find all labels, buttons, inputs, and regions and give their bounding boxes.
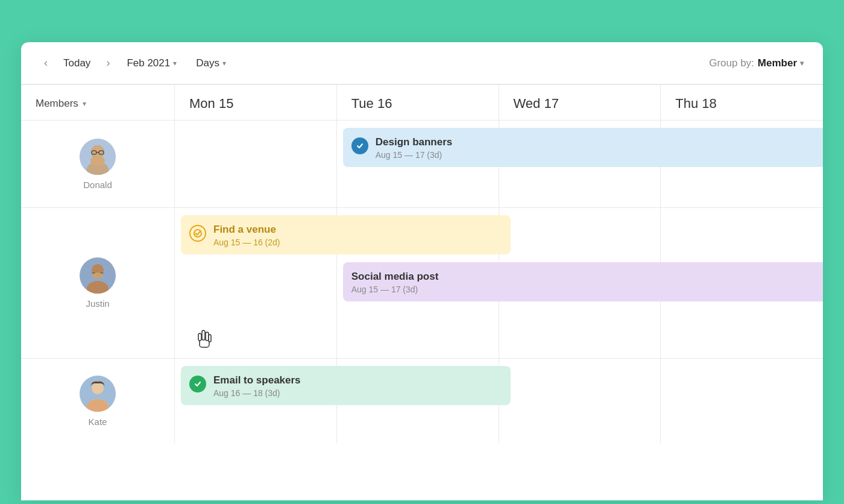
svg-point-10 [355,141,365,151]
social-media-post-title: Social media post [351,271,439,283]
find-venue-title: Find a venue [213,224,280,236]
design-banners-icon [351,137,368,154]
email-to-speakers-event[interactable]: Email to speakers Aug 16 — 18 (3d) [181,366,511,410]
svg-point-5 [92,145,104,157]
svg-rect-16 [200,338,209,347]
donald-mon15-cell [175,121,337,208]
svg-rect-20 [209,335,211,342]
svg-point-14 [92,272,103,279]
group-by: Group by: Member ▾ [709,57,804,69]
today-button[interactable]: Today [58,55,95,72]
member-name-kate: Kate [89,417,107,427]
col-header-thu18: Thu 18 [661,85,823,121]
email-to-speakers-icon [189,376,206,392]
calendar-container: ‹ Today › Feb 2021 ▾ Days ▾ Group by: Me… [21,42,823,500]
member-name-donald: Donald [83,180,112,190]
design-banners-date: Aug 15 — 17 (3d) [376,150,453,160]
members-dropdown-arrow: ▾ [83,99,86,108]
member-cell-justin: Justin [21,208,175,359]
svg-rect-17 [202,330,205,340]
svg-point-25 [193,379,203,389]
avatar-kate [80,376,116,412]
find-venue-date: Aug 15 — 16 (2d) [213,238,280,247]
kate-thu18-cell [661,359,823,443]
group-by-value-text: Member [758,57,797,69]
col-header-mon15: Mon 15 [175,85,337,121]
social-media-post-date: Aug 15 — 17 (3d) [351,285,439,294]
design-banners-title: Design banners [376,136,453,148]
donald-tue16-cell: Design banners Aug 15 — 17 (3d) [337,121,499,208]
days-dropdown[interactable]: Days ▾ [190,54,232,72]
social-media-post-event[interactable]: Social media post Aug 15 — 17 (3d) [343,262,823,306]
avatar-donald [80,139,116,175]
group-by-label: Group by: [709,57,754,69]
members-column-header[interactable]: Members ▾ [21,85,175,121]
member-cell-donald: Donald [21,121,175,208]
kate-wed17-cell [499,359,661,443]
prev-button[interactable]: ‹ [40,54,51,72]
justin-mon15-cell: Find a venue Aug 15 — 16 (2d) [175,208,337,359]
days-label: Days [196,57,219,69]
email-to-speakers-date: Aug 16 — 18 (3d) [213,388,301,398]
svg-point-22 [92,382,104,394]
svg-rect-6 [90,157,105,165]
svg-rect-19 [198,333,201,341]
member-cell-kate: Kate [21,359,175,443]
month-dropdown[interactable]: Feb 2021 ▾ [121,54,183,72]
svg-rect-18 [206,332,209,341]
cursor-icon [194,328,213,355]
email-to-speakers-title: Email to speakers [213,374,301,386]
member-name-justin: Justin [86,298,109,309]
next-button[interactable]: › [102,54,113,72]
month-label: Feb 2021 [127,57,170,69]
days-dropdown-arrow: ▾ [222,59,226,68]
find-venue-event[interactable]: Find a venue Aug 15 — 16 (2d) [181,215,511,259]
group-by-value[interactable]: Member ▾ [758,57,804,69]
toolbar: ‹ Today › Feb 2021 ▾ Days ▾ Group by: Me… [21,42,823,84]
design-banners-event[interactable]: Design banners Aug 15 — 17 (3d) [343,128,823,172]
kate-mon15-cell: Email to speakers Aug 16 — 18 (3d) [175,359,337,443]
calendar-grid: Members ▾ Mon 15 Tue 16 Wed 17 Thu 18 [21,84,823,443]
col-header-tue16: Tue 16 [337,85,499,121]
members-label: Members [36,98,78,110]
group-by-arrow: ▾ [800,59,804,68]
col-header-wed17: Wed 17 [499,85,661,121]
month-dropdown-arrow: ▾ [173,59,177,68]
avatar-justin [80,257,116,294]
find-venue-icon [189,225,206,242]
